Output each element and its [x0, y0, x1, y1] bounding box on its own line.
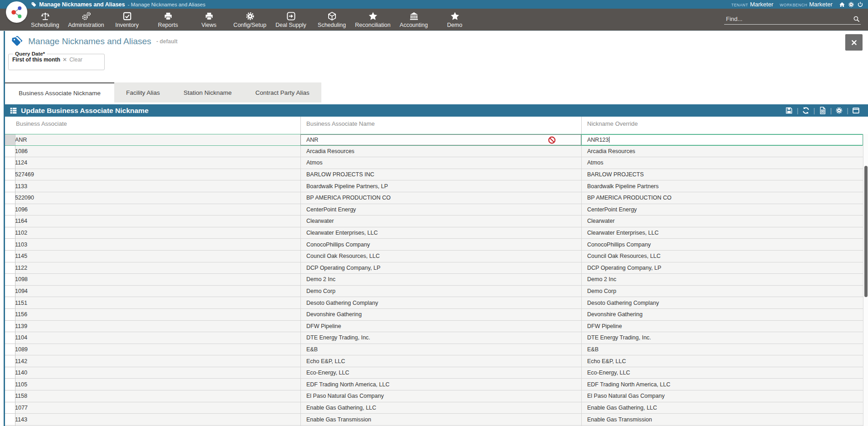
- row-selector[interactable]: [5, 192, 15, 204]
- tab-business-associate-nickname[interactable]: Business Associate Nickname: [5, 82, 114, 103]
- row-selector[interactable]: [5, 286, 15, 298]
- cell-business-associate-name[interactable]: E&B: [300, 344, 581, 356]
- row-selector[interactable]: [5, 309, 15, 321]
- cell-nickname-override[interactable]: ConocoPhillips Company: [581, 239, 863, 251]
- row-selector[interactable]: [5, 297, 15, 309]
- cell-business-associate-name[interactable]: DTE Energy Trading, Inc.: [300, 332, 581, 344]
- cell-business-associate[interactable]: 1122: [15, 262, 300, 274]
- nav-item-inventory[interactable]: Inventory: [107, 9, 147, 31]
- cell-nickname-override[interactable]: Eco-Energy, LLC: [581, 367, 863, 379]
- tab-station-nickname[interactable]: Station Nickname: [172, 82, 244, 103]
- power-icon[interactable]: [857, 1, 863, 8]
- cell-business-associate[interactable]: 1156: [15, 309, 300, 321]
- cell-nickname-override[interactable]: CenterPoint Energy: [581, 204, 863, 216]
- cell-business-associate[interactable]: 1143: [15, 414, 300, 426]
- cell-business-associate-name[interactable]: EDF Trading North America, LLC: [300, 379, 581, 390]
- cell-business-associate[interactable]: 1105: [15, 379, 300, 390]
- cell-nickname-override[interactable]: Clearwater Enterprises, LLC: [581, 227, 863, 239]
- cell-business-associate-name[interactable]: DCP Operating Company, LP: [300, 262, 581, 274]
- row-selector[interactable]: [5, 262, 15, 274]
- cell-nickname-override[interactable]: Clearwater: [581, 216, 863, 227]
- cell-business-associate[interactable]: 1133: [15, 180, 300, 192]
- cell-business-associate-name[interactable]: ANR: [300, 134, 581, 145]
- cell-nickname-override[interactable]: DFW Pipeline: [581, 321, 863, 333]
- column-header-nickname-override[interactable]: Nickname Override: [581, 117, 863, 134]
- save-icon[interactable]: [785, 107, 793, 114]
- cell-nickname-override[interactable]: DCP Operating Company, LP: [581, 262, 863, 274]
- cell-business-associate-name[interactable]: El Paso Natural Gas Company: [300, 390, 581, 402]
- app-logo[interactable]: [6, 1, 27, 23]
- window-icon[interactable]: [852, 107, 860, 114]
- cell-business-associate[interactable]: 522090: [15, 192, 300, 204]
- cell-business-associate-name[interactable]: Eco-Energy, LLC: [300, 367, 581, 379]
- nav-item-reports[interactable]: Reports: [147, 9, 188, 31]
- row-selector[interactable]: [5, 355, 15, 367]
- row-selector[interactable]: [5, 239, 15, 251]
- row-selector[interactable]: [5, 379, 15, 390]
- close-button[interactable]: [845, 34, 863, 51]
- query-date-field[interactable]: Query Date* First of this month ✕ Clear: [8, 51, 105, 70]
- cell-business-associate-name[interactable]: BARLOW PROJECTS INC: [300, 169, 581, 181]
- row-selector[interactable]: [5, 274, 15, 286]
- cell-business-associate-name[interactable]: DFW Pipeline: [300, 321, 581, 333]
- clear-x-icon[interactable]: ✕: [62, 56, 67, 63]
- cell-business-associate-name[interactable]: Demo Corp: [300, 286, 581, 298]
- row-selector[interactable]: [5, 216, 15, 227]
- cell-nickname-override[interactable]: Devonshire Gathering: [581, 309, 863, 321]
- cell-nickname-override[interactable]: El Paso Natural Gas Company: [581, 390, 863, 402]
- cell-nickname-override[interactable]: BP AMERICA PRODUCTION CO: [581, 192, 863, 204]
- row-selector[interactable]: [5, 204, 15, 216]
- nav-item-administration[interactable]: Administration: [66, 9, 107, 31]
- cell-nickname-override[interactable]: EDF Trading North America, LLC: [581, 379, 863, 390]
- cell-business-associate-name[interactable]: Enable Gas Transmission: [300, 414, 581, 426]
- nav-item-scheduling[interactable]: Scheduling: [25, 9, 66, 31]
- cell-business-associate[interactable]: 1104: [15, 332, 300, 344]
- cell-nickname-override[interactable]: ANR123: [581, 134, 863, 145]
- query-date-clear-button[interactable]: Clear: [69, 56, 82, 63]
- cell-business-associate[interactable]: 1089: [15, 344, 300, 356]
- row-selector[interactable]: [5, 367, 15, 379]
- column-header-business-associate-name[interactable]: Business Associate Name: [300, 117, 581, 134]
- cell-business-associate[interactable]: 1086: [15, 146, 300, 158]
- excel-export-icon[interactable]: [819, 107, 827, 114]
- settings-icon[interactable]: [835, 107, 843, 114]
- refresh-icon[interactable]: [802, 107, 810, 114]
- vertical-scrollbar[interactable]: [863, 134, 868, 426]
- cell-business-associate[interactable]: 1096: [15, 204, 300, 216]
- cell-business-associate-name[interactable]: BP AMERICA PRODUCTION CO: [300, 192, 581, 204]
- tab-contract-party-alias[interactable]: Contract Party Alias: [244, 82, 321, 103]
- query-date-value[interactable]: First of this month: [12, 56, 60, 63]
- cell-nickname-override[interactable]: Enable Gas Gathering, LLC: [581, 402, 863, 414]
- cell-nickname-override[interactable]: BARLOW PROJECTS: [581, 169, 863, 181]
- cell-business-associate[interactable]: 1094: [15, 286, 300, 298]
- row-selector[interactable]: [5, 332, 15, 344]
- cell-business-associate-name[interactable]: Boardwalk Pipeline Partners, LP: [300, 180, 581, 192]
- row-selector[interactable]: [5, 321, 15, 333]
- scrollbar-thumb[interactable]: [864, 166, 868, 297]
- cell-business-associate[interactable]: 527469: [15, 169, 300, 181]
- nav-item-demo[interactable]: Demo: [434, 9, 475, 31]
- cell-business-associate-name[interactable]: Clearwater: [300, 216, 581, 227]
- cell-nickname-override[interactable]: Boardwalk Pipeline Partners: [581, 180, 863, 192]
- cell-business-associate[interactable]: 1158: [15, 390, 300, 402]
- row-selector[interactable]: [5, 414, 15, 426]
- cell-business-associate-name[interactable]: Demo 2 Inc: [300, 274, 581, 286]
- cell-nickname-override[interactable]: Demo 2 Inc: [581, 274, 863, 286]
- cell-nickname-override[interactable]: Echo E&P, LLC: [581, 355, 863, 367]
- cell-nickname-override[interactable]: Atmos: [581, 157, 863, 169]
- cell-business-associate[interactable]: 1124: [15, 157, 300, 169]
- nav-item-scheduling[interactable]: Scheduling: [311, 9, 352, 31]
- cell-business-associate-name[interactable]: Echo E&P, LLC: [300, 355, 581, 367]
- cell-business-associate-name[interactable]: ConocoPhillips Company: [300, 239, 581, 251]
- cell-business-associate-name[interactable]: CenterPoint Energy: [300, 204, 581, 216]
- tab-facility-alias[interactable]: Facility Alias: [114, 82, 172, 103]
- cell-business-associate[interactable]: 1102: [15, 227, 300, 239]
- row-selector[interactable]: [5, 134, 15, 145]
- row-selector[interactable]: [5, 227, 15, 239]
- cell-business-associate-name[interactable]: Council Oak Resources, LLC: [300, 251, 581, 262]
- nav-item-views[interactable]: Views: [188, 9, 229, 31]
- tenant-indicator[interactable]: TENANT Marketer: [731, 1, 773, 8]
- row-selector[interactable]: [5, 157, 15, 169]
- cell-business-associate[interactable]: 1142: [15, 355, 300, 367]
- cell-nickname-override[interactable]: Demo Corp: [581, 286, 863, 298]
